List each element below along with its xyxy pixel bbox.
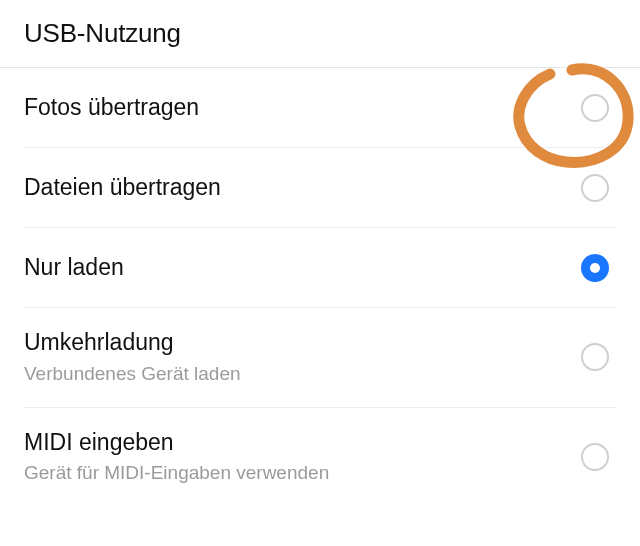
option-label: Umkehrladung: [24, 328, 556, 358]
option-text: MIDI eingeben Gerät für MIDI-Eingaben ve…: [24, 428, 580, 487]
option-sublabel: Gerät für MIDI-Eingaben verwenden: [24, 461, 556, 486]
radio-button[interactable]: [580, 342, 610, 372]
page-title: USB-Nutzung: [24, 18, 616, 49]
option-list: Fotos übertragen Dateien übertragen Nur …: [0, 68, 640, 506]
option-text: Umkehrladung Verbundenes Gerät laden: [24, 328, 580, 387]
radio-button[interactable]: [580, 93, 610, 123]
option-reverse-charge[interactable]: Umkehrladung Verbundenes Gerät laden: [24, 308, 616, 408]
option-text: Nur laden: [24, 253, 580, 283]
header: USB-Nutzung: [0, 0, 640, 68]
option-label: MIDI eingeben: [24, 428, 556, 458]
radio-button[interactable]: [580, 173, 610, 203]
option-label: Fotos übertragen: [24, 93, 556, 123]
radio-button[interactable]: [580, 253, 610, 283]
option-transfer-files[interactable]: Dateien übertragen: [24, 148, 616, 228]
option-label: Nur laden: [24, 253, 556, 283]
option-label: Dateien übertragen: [24, 173, 556, 203]
option-charge-only[interactable]: Nur laden: [24, 228, 616, 308]
option-midi-input[interactable]: MIDI eingeben Gerät für MIDI-Eingaben ve…: [24, 408, 616, 507]
option-text: Fotos übertragen: [24, 93, 580, 123]
option-transfer-photos[interactable]: Fotos übertragen: [24, 68, 616, 148]
option-sublabel: Verbundenes Gerät laden: [24, 362, 556, 387]
option-text: Dateien übertragen: [24, 173, 580, 203]
radio-button[interactable]: [580, 442, 610, 472]
